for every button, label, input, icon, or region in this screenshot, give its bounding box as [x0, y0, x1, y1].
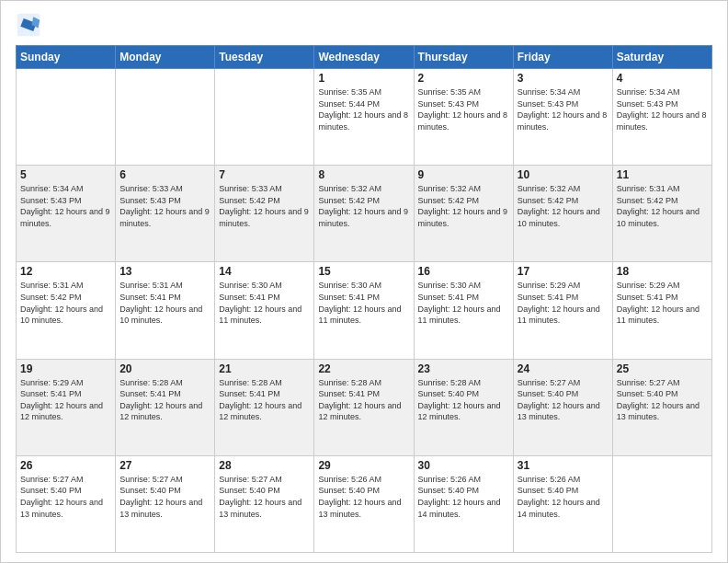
day-info: Sunrise: 5:28 AMSunset: 5:40 PMDaylight:…	[418, 377, 509, 423]
day-number: 9	[418, 168, 509, 181]
weekday-header-friday: Friday	[513, 46, 612, 69]
day-info: Sunrise: 5:30 AMSunset: 5:41 PMDaylight:…	[418, 280, 509, 326]
day-info: Sunrise: 5:28 AMSunset: 5:41 PMDaylight:…	[318, 377, 409, 423]
day-info: Sunrise: 5:31 AMSunset: 5:42 PMDaylight:…	[20, 280, 111, 326]
day-cell: 11Sunrise: 5:31 AMSunset: 5:42 PMDayligh…	[612, 166, 711, 262]
day-cell: 26Sunrise: 5:27 AMSunset: 5:40 PMDayligh…	[17, 455, 116, 552]
day-number: 31	[518, 459, 609, 472]
day-number: 19	[20, 362, 111, 375]
day-info: Sunrise: 5:29 AMSunset: 5:41 PMDaylight:…	[518, 280, 609, 326]
day-info: Sunrise: 5:27 AMSunset: 5:40 PMDaylight:…	[617, 377, 708, 423]
day-cell: 29Sunrise: 5:26 AMSunset: 5:40 PMDayligh…	[314, 455, 414, 552]
logo-icon	[16, 12, 41, 38]
day-info: Sunrise: 5:29 AMSunset: 5:41 PMDaylight:…	[617, 280, 708, 326]
day-cell: 10Sunrise: 5:32 AMSunset: 5:42 PMDayligh…	[513, 166, 612, 262]
day-cell: 19Sunrise: 5:29 AMSunset: 5:41 PMDayligh…	[17, 359, 116, 455]
day-number: 25	[617, 362, 708, 375]
day-number: 18	[617, 265, 708, 278]
day-cell: 5Sunrise: 5:34 AMSunset: 5:43 PMDaylight…	[17, 166, 116, 262]
day-info: Sunrise: 5:32 AMSunset: 5:42 PMDaylight:…	[318, 183, 409, 229]
day-number: 10	[518, 168, 609, 181]
header	[16, 10, 712, 38]
day-number: 8	[318, 168, 409, 181]
weekday-header-thursday: Thursday	[414, 46, 513, 69]
calendar-page: SundayMondayTuesdayWednesdayThursdayFrid…	[0, 0, 728, 563]
day-number: 1	[318, 72, 409, 85]
week-row-4: 19Sunrise: 5:29 AMSunset: 5:41 PMDayligh…	[17, 359, 712, 455]
day-cell: 7Sunrise: 5:33 AMSunset: 5:42 PMDaylight…	[215, 166, 314, 262]
day-cell: 24Sunrise: 5:27 AMSunset: 5:40 PMDayligh…	[513, 359, 612, 455]
day-cell: 13Sunrise: 5:31 AMSunset: 5:41 PMDayligh…	[116, 262, 215, 359]
day-info: Sunrise: 5:35 AMSunset: 5:43 PMDaylight:…	[418, 86, 509, 132]
day-info: Sunrise: 5:31 AMSunset: 5:42 PMDaylight:…	[617, 183, 708, 229]
day-cell: 1Sunrise: 5:35 AMSunset: 5:44 PMDaylight…	[314, 69, 414, 166]
day-info: Sunrise: 5:29 AMSunset: 5:41 PMDaylight:…	[20, 377, 111, 423]
weekday-header-row: SundayMondayTuesdayWednesdayThursdayFrid…	[17, 46, 712, 69]
day-number: 28	[219, 459, 310, 472]
day-cell: 25Sunrise: 5:27 AMSunset: 5:40 PMDayligh…	[612, 359, 711, 455]
day-number: 2	[418, 72, 509, 85]
week-row-5: 26Sunrise: 5:27 AMSunset: 5:40 PMDayligh…	[17, 455, 712, 552]
day-cell: 12Sunrise: 5:31 AMSunset: 5:42 PMDayligh…	[17, 262, 116, 359]
day-cell: 21Sunrise: 5:28 AMSunset: 5:41 PMDayligh…	[215, 359, 314, 455]
day-cell: 2Sunrise: 5:35 AMSunset: 5:43 PMDaylight…	[414, 69, 513, 166]
day-cell: 27Sunrise: 5:27 AMSunset: 5:40 PMDayligh…	[116, 455, 215, 552]
day-number: 3	[518, 72, 609, 85]
day-number: 22	[318, 362, 409, 375]
day-info: Sunrise: 5:34 AMSunset: 5:43 PMDaylight:…	[20, 183, 111, 229]
day-number: 16	[418, 265, 509, 278]
day-info: Sunrise: 5:34 AMSunset: 5:43 PMDaylight:…	[617, 86, 708, 132]
day-number: 26	[20, 459, 111, 472]
day-info: Sunrise: 5:27 AMSunset: 5:40 PMDaylight:…	[219, 474, 310, 520]
day-cell: 6Sunrise: 5:33 AMSunset: 5:43 PMDaylight…	[116, 166, 215, 262]
day-info: Sunrise: 5:27 AMSunset: 5:40 PMDaylight:…	[20, 474, 111, 520]
day-info: Sunrise: 5:27 AMSunset: 5:40 PMDaylight:…	[119, 474, 210, 520]
day-cell: 23Sunrise: 5:28 AMSunset: 5:40 PMDayligh…	[414, 359, 513, 455]
day-number: 17	[518, 265, 609, 278]
day-info: Sunrise: 5:26 AMSunset: 5:40 PMDaylight:…	[518, 474, 609, 520]
day-cell	[17, 69, 116, 166]
day-info: Sunrise: 5:35 AMSunset: 5:44 PMDaylight:…	[318, 86, 409, 132]
week-row-3: 12Sunrise: 5:31 AMSunset: 5:42 PMDayligh…	[17, 262, 712, 359]
day-cell	[116, 69, 215, 166]
day-cell: 15Sunrise: 5:30 AMSunset: 5:41 PMDayligh…	[314, 262, 414, 359]
day-number: 4	[617, 72, 708, 85]
weekday-header-wednesday: Wednesday	[314, 46, 414, 69]
day-info: Sunrise: 5:31 AMSunset: 5:41 PMDaylight:…	[119, 280, 210, 326]
day-info: Sunrise: 5:28 AMSunset: 5:41 PMDaylight:…	[219, 377, 310, 423]
day-cell: 20Sunrise: 5:28 AMSunset: 5:41 PMDayligh…	[116, 359, 215, 455]
weekday-header-sunday: Sunday	[17, 46, 116, 69]
day-cell: 8Sunrise: 5:32 AMSunset: 5:42 PMDaylight…	[314, 166, 414, 262]
day-cell: 28Sunrise: 5:27 AMSunset: 5:40 PMDayligh…	[215, 455, 314, 552]
weekday-header-saturday: Saturday	[612, 46, 711, 69]
calendar-table: SundayMondayTuesdayWednesdayThursdayFrid…	[16, 45, 712, 553]
day-number: 11	[617, 168, 708, 181]
day-cell	[612, 455, 711, 552]
day-number: 27	[119, 459, 210, 472]
day-info: Sunrise: 5:26 AMSunset: 5:40 PMDaylight:…	[318, 474, 409, 520]
day-cell: 18Sunrise: 5:29 AMSunset: 5:41 PMDayligh…	[612, 262, 711, 359]
day-cell: 17Sunrise: 5:29 AMSunset: 5:41 PMDayligh…	[513, 262, 612, 359]
day-cell	[215, 69, 314, 166]
weekday-header-monday: Monday	[116, 46, 215, 69]
day-number: 23	[418, 362, 509, 375]
day-cell: 9Sunrise: 5:32 AMSunset: 5:42 PMDaylight…	[414, 166, 513, 262]
day-number: 30	[418, 459, 509, 472]
day-info: Sunrise: 5:32 AMSunset: 5:42 PMDaylight:…	[518, 183, 609, 229]
logo	[16, 14, 43, 38]
day-cell: 14Sunrise: 5:30 AMSunset: 5:41 PMDayligh…	[215, 262, 314, 359]
day-info: Sunrise: 5:33 AMSunset: 5:42 PMDaylight:…	[219, 183, 310, 229]
day-number: 14	[219, 265, 310, 278]
day-info: Sunrise: 5:34 AMSunset: 5:43 PMDaylight:…	[518, 86, 609, 132]
day-cell: 30Sunrise: 5:26 AMSunset: 5:40 PMDayligh…	[414, 455, 513, 552]
day-number: 5	[20, 168, 111, 181]
day-cell: 3Sunrise: 5:34 AMSunset: 5:43 PMDaylight…	[513, 69, 612, 166]
day-cell: 16Sunrise: 5:30 AMSunset: 5:41 PMDayligh…	[414, 262, 513, 359]
week-row-2: 5Sunrise: 5:34 AMSunset: 5:43 PMDaylight…	[17, 166, 712, 262]
weekday-header-tuesday: Tuesday	[215, 46, 314, 69]
day-number: 21	[219, 362, 310, 375]
day-info: Sunrise: 5:30 AMSunset: 5:41 PMDaylight:…	[318, 280, 409, 326]
day-number: 29	[318, 459, 409, 472]
day-number: 24	[518, 362, 609, 375]
day-info: Sunrise: 5:33 AMSunset: 5:43 PMDaylight:…	[119, 183, 210, 229]
